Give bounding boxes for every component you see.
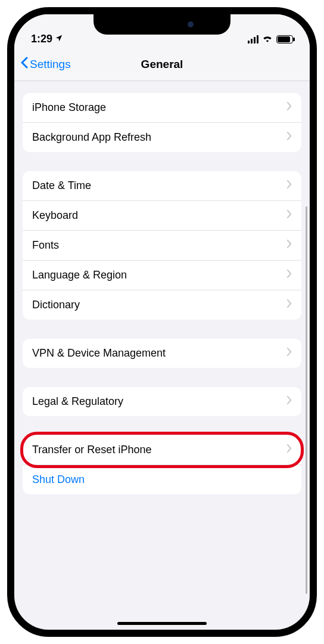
- mute-switch: [7, 116, 8, 138]
- side-button: [316, 163, 317, 223]
- row-background-app-refresh[interactable]: Background App Refresh: [23, 123, 301, 152]
- row-label: Legal & Regulatory: [32, 395, 123, 408]
- row-vpn-device-management[interactable]: VPN & Device Management: [23, 339, 301, 368]
- row-fonts[interactable]: Fonts: [23, 231, 301, 261]
- chevron-right-icon: [286, 239, 292, 252]
- row-iphone-storage[interactable]: iPhone Storage: [23, 93, 301, 123]
- home-indicator[interactable]: [117, 622, 207, 625]
- volume-up-button: [7, 151, 8, 193]
- volume-down-button: [7, 205, 8, 247]
- chevron-right-icon: [286, 395, 292, 408]
- page-title: General: [14, 58, 310, 71]
- battery-icon: [276, 35, 293, 44]
- content-scroll[interactable]: iPhone StorageBackground App RefreshDate…: [14, 81, 310, 630]
- row-dictionary[interactable]: Dictionary: [23, 290, 301, 320]
- row-label: VPN & Device Management: [32, 347, 166, 360]
- row-label: Shut Down: [32, 473, 85, 486]
- row-label: Keyboard: [32, 209, 78, 222]
- chevron-right-icon: [286, 299, 292, 311]
- row-label: Background App Refresh: [32, 131, 151, 144]
- settings-group: Transfer or Reset iPhoneShut Down: [23, 435, 301, 494]
- chevron-right-icon: [286, 179, 292, 192]
- cellular-signal-icon: [248, 35, 258, 44]
- chevron-right-icon: [286, 209, 292, 222]
- notch: [94, 14, 230, 35]
- scrollbar-track: [306, 206, 307, 594]
- screen: 1:29 Settings General: [14, 14, 310, 630]
- row-label: Transfer or Reset iPhone: [32, 444, 151, 456]
- status-time: 1:29: [31, 33, 52, 45]
- settings-group: Date & TimeKeyboardFontsLanguage & Regio…: [23, 171, 301, 320]
- row-keyboard[interactable]: Keyboard: [23, 201, 301, 231]
- settings-group: iPhone StorageBackground App Refresh: [23, 93, 301, 152]
- chevron-right-icon: [286, 444, 292, 456]
- settings-group: VPN & Device Management: [23, 339, 301, 368]
- row-language-region[interactable]: Language & Region: [23, 261, 301, 290]
- row-label: Date & Time: [32, 179, 91, 192]
- row-label: Dictionary: [32, 299, 80, 311]
- row-label: iPhone Storage: [32, 101, 106, 114]
- row-transfer-reset[interactable]: Transfer or Reset iPhone: [23, 435, 301, 465]
- chevron-right-icon: [286, 269, 292, 281]
- row-shut-down[interactable]: Shut Down: [23, 465, 301, 494]
- chevron-right-icon: [286, 131, 292, 144]
- wifi-icon: [262, 33, 273, 45]
- nav-bar: Settings General: [14, 48, 310, 81]
- device-frame: 1:29 Settings General: [7, 7, 317, 637]
- status-left: 1:29: [31, 33, 63, 45]
- chevron-right-icon: [286, 347, 292, 360]
- row-label: Language & Region: [32, 269, 127, 281]
- row-date-time[interactable]: Date & Time: [23, 171, 301, 201]
- location-arrow-icon: [55, 34, 63, 44]
- settings-group: Legal & Regulatory: [23, 387, 301, 416]
- status-right: [248, 33, 293, 45]
- row-label: Fonts: [32, 239, 59, 252]
- scrollbar-thumb[interactable]: [306, 206, 307, 594]
- row-legal-regulatory[interactable]: Legal & Regulatory: [23, 387, 301, 416]
- chevron-right-icon: [286, 101, 292, 114]
